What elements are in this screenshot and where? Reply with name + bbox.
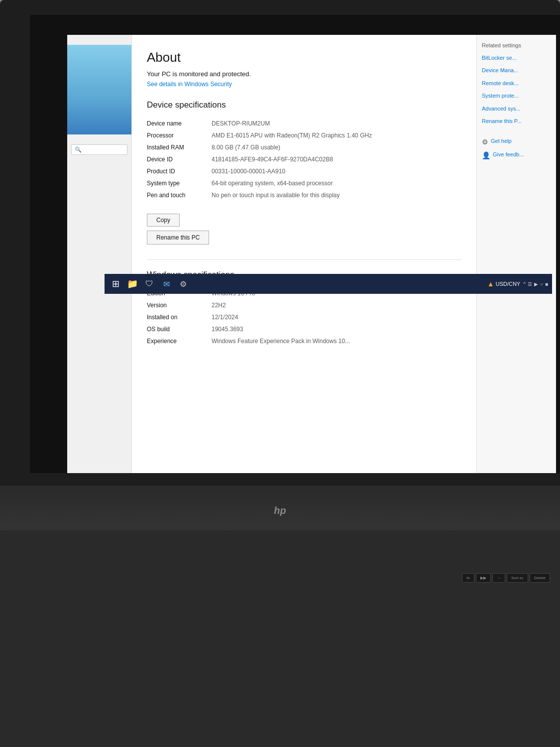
tray-lang-icon: ■ (545, 281, 548, 287)
device-specs-title: Device specifications (147, 100, 461, 110)
device-specs-table: Device name DESKTOP-RIUM2UM Processor AM… (147, 118, 461, 201)
taskbar-left: ⊞ 📁 🛡 ✉ ⚙ (109, 277, 190, 291)
spec-row-ram: Installed RAM 8.00 GB (7.47 GB usable) (147, 141, 461, 153)
taskbar: ⊞ 📁 🛡 ✉ ⚙ (105, 274, 552, 294)
main-content: About Your PC is monitored and protected… (132, 35, 476, 473)
spec-label-device-name: Device name (147, 120, 212, 127)
get-help-text: Get help (491, 137, 512, 145)
key-delete[interactable]: Delete (530, 573, 550, 583)
taskbar-shield-icon[interactable]: 🛡 (142, 277, 156, 291)
related-link-system-protection[interactable]: System prote... (482, 92, 551, 100)
screen-bezel: 🔍 About Your PC is monitored and protect… (30, 15, 560, 473)
spec-value-processor: AMD E1-6015 APU with Radeon(TM) R2 Graph… (212, 132, 461, 139)
section-divider (147, 259, 461, 260)
give-feedback-icon: 👤 (482, 151, 490, 159)
spec-label-os-build: OS build (147, 326, 212, 333)
taskbar-mail-icon[interactable]: ✉ (159, 277, 173, 291)
spec-value-os-build: 19045.3693 (212, 326, 461, 333)
related-settings-title: Related settings (482, 42, 551, 48)
currency-icon: ▲ (487, 280, 494, 288)
taskbar-settings-icon[interactable]: ⚙ (176, 277, 190, 291)
spec-row-experience: Experience Windows Feature Experience Pa… (147, 335, 461, 347)
key-sort[interactable]: Sort sc (507, 573, 528, 583)
give-feedback-item[interactable]: 👤 Give feedb... (482, 151, 551, 159)
spec-label-ram: Installed RAM (147, 144, 212, 151)
spec-row-system-type: System type 64-bit operating system, x64… (147, 177, 461, 189)
hp-logo: hp (265, 500, 295, 520)
hp-logo-text: hp (274, 505, 286, 516)
right-panel: Related settings BitLocker se... Device … (476, 35, 556, 473)
security-link[interactable]: See details in Windows Security (147, 81, 461, 88)
tray-power-icon: ○ (540, 281, 543, 287)
key-skip[interactable]: ▶▶ (476, 573, 491, 583)
spec-row-os-build: OS build 19045.3693 (147, 323, 461, 335)
get-help-icon: ⚙ (482, 138, 488, 146)
tray-caret-icon[interactable]: ^ (523, 281, 526, 287)
spec-label-device-id: Device ID (147, 156, 212, 163)
key-fn[interactable]: fn (462, 573, 474, 583)
sidebar: 🔍 (67, 35, 132, 473)
currency-text: USD/CNY (496, 281, 521, 287)
laptop-bottom: hp fn ▶▶ → Sort sc Delete (0, 486, 560, 585)
spec-row-device-name: Device name DESKTOP-RIUM2UM (147, 118, 461, 129)
spec-row-pen-touch: Pen and touch No pen or touch input is a… (147, 189, 461, 201)
laptop-top: 🔍 About Your PC is monitored and protect… (0, 0, 560, 488)
spec-value-device-name: DESKTOP-RIUM2UM (212, 120, 461, 127)
spec-label-version: Version (147, 302, 212, 309)
copy-button[interactable]: Copy (147, 214, 180, 227)
system-tray-icons: ^ ☰ ▶ ○ ■ (523, 281, 548, 287)
tray-volume-icon: ▶ (534, 281, 538, 287)
tray-wifi-icon: ☰ (528, 281, 532, 287)
search-icon: 🔍 (75, 146, 82, 153)
spec-value-experience: Windows Feature Experience Pack in Windo… (212, 338, 461, 345)
related-link-device-manager[interactable]: Device Mana... (482, 67, 551, 74)
spec-value-installed-on: 12/1/2024 (212, 314, 461, 321)
windows-specs-table: Edition Windows 10 Pro Version 22H2 Inst… (147, 287, 461, 347)
spec-label-installed-on: Installed on (147, 314, 212, 321)
spec-row-product-id: Product ID 00331-10000-00001-AA910 (147, 165, 461, 177)
search-input[interactable] (83, 147, 123, 153)
taskbar-start-icon[interactable]: ⊞ (109, 277, 122, 291)
give-feedback-text: Give feedb... (493, 151, 524, 158)
help-section: ⚙ Get help 👤 Give feedb... (482, 132, 551, 159)
key-arrow-right[interactable]: → (492, 573, 505, 583)
keyboard-area: fn ▶▶ → Sort sc Delete (0, 530, 560, 585)
spec-value-version: 22H2 (212, 302, 461, 309)
sidebar-image (67, 45, 131, 134)
screen: 🔍 About Your PC is monitored and protect… (67, 35, 556, 473)
spec-value-device-id: 41814185-AFE9-49C4-AF6F-9270DA4C02B8 (212, 156, 461, 163)
spec-row-installed-on: Installed on 12/1/2024 (147, 311, 461, 323)
spec-label-product-id: Product ID (147, 168, 212, 175)
spec-value-system-type: 64-bit operating system, x64-based proce… (212, 180, 461, 187)
keyboard-keys: fn ▶▶ → Sort sc Delete (462, 573, 550, 583)
related-link-remote-desktop[interactable]: Remote desk... (482, 80, 551, 87)
settings-window: 🔍 About Your PC is monitored and protect… (67, 35, 556, 473)
search-box[interactable]: 🔍 (71, 144, 127, 155)
spec-value-ram: 8.00 GB (7.47 GB usable) (212, 144, 461, 151)
spec-label-pen-touch: Pen and touch (147, 192, 212, 199)
related-link-advanced-system[interactable]: Advanced sys... (482, 105, 551, 113)
security-status: Your PC is monitored and protected. (147, 70, 461, 78)
spec-label-system-type: System type (147, 180, 212, 187)
spec-label-experience: Experience (147, 338, 212, 345)
rename-pc-button[interactable]: Rename this PC (147, 231, 209, 245)
taskbar-right: ▲ USD/CNY ^ ☰ ▶ ○ ■ (487, 280, 548, 288)
get-help-item[interactable]: ⚙ Get help (482, 137, 551, 146)
spec-row-processor: Processor AMD E1-6015 APU with Radeon(TM… (147, 129, 461, 141)
taskbar-file-explorer-icon[interactable]: 📁 (125, 277, 139, 291)
spec-row-device-id: Device ID 41814185-AFE9-49C4-AF6F-9270DA… (147, 153, 461, 165)
spec-value-product-id: 00331-10000-00001-AA910 (212, 168, 461, 175)
page-title: About (147, 50, 461, 65)
spec-label-processor: Processor (147, 132, 212, 139)
related-link-rename-pc[interactable]: Rename this P... (482, 118, 551, 125)
related-link-bitlocker[interactable]: BitLocker se... (482, 54, 551, 62)
spec-row-version: Version 22H2 (147, 299, 461, 311)
currency-indicator: ▲ USD/CNY (487, 280, 520, 288)
spec-value-pen-touch: No pen or touch input is available for t… (212, 192, 461, 199)
